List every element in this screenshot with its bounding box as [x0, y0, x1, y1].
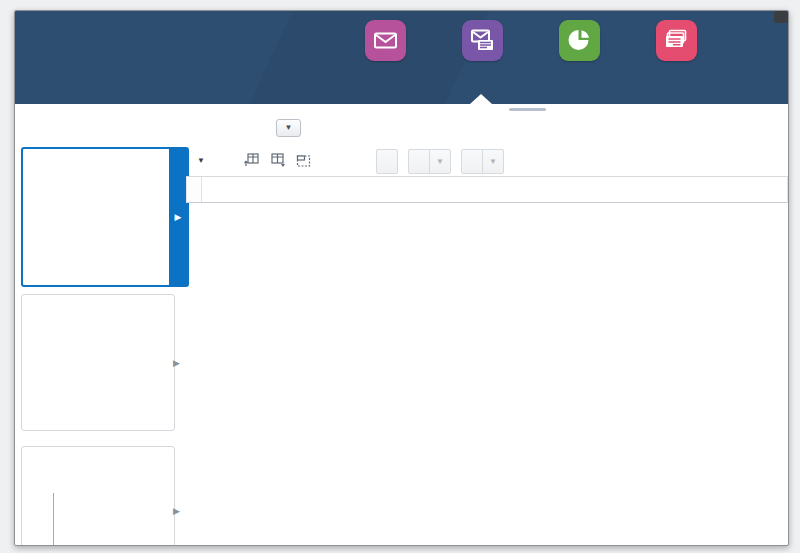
export-to-excel-icon[interactable]: [243, 152, 260, 169]
springboard-nav: [337, 20, 725, 67]
infotile-row: ▶: [21, 446, 185, 545]
unapplied-chart-area: [53, 493, 170, 546]
selected-tab-pointer: [470, 94, 492, 104]
detach-icon[interactable]: [296, 152, 311, 169]
nav-item-funds-capture[interactable]: [628, 20, 725, 67]
chevron-down-icon: ▼: [285, 124, 293, 132]
infotile-row: ▶: [21, 294, 185, 429]
selected-tile-strip: ▶: [169, 149, 187, 285]
receipt-batches-table: [186, 176, 788, 203]
col-header-batch-number[interactable]: [392, 177, 507, 202]
query-by-example-icon[interactable]: [270, 152, 287, 169]
approve-split-button[interactable]: ▼: [408, 149, 451, 174]
action-buttons: ▼ ▼: [376, 149, 504, 174]
col-header-control-count[interactable]: [585, 177, 657, 202]
col-header-status[interactable]: [297, 177, 392, 202]
arrow-right-icon: ▶: [175, 212, 182, 222]
chevron-down-icon: ▼: [436, 157, 444, 166]
approve-dropdown-arrow[interactable]: ▼: [429, 150, 450, 173]
table-header-row: [187, 177, 787, 203]
envelope-document-icon: [462, 20, 503, 61]
arrow-right-icon: ▶: [173, 506, 180, 516]
table-toolbar: ▼ ▼ ▼: [186, 149, 784, 175]
post-button[interactable]: [376, 149, 398, 174]
chevron-down-icon: ▼: [489, 157, 497, 166]
stacked-cards-icon: [656, 20, 697, 61]
app-navigation-bar: [15, 11, 788, 104]
col-header-actual-count[interactable]: [657, 177, 747, 202]
col-header-batch-type[interactable]: [202, 177, 297, 202]
infotile-unapplied-receipts[interactable]: [21, 446, 175, 546]
col-header-filler: [747, 177, 787, 202]
confirm-dropdown-arrow[interactable]: ▼: [482, 150, 503, 173]
nav-item-revenue[interactable]: [531, 20, 628, 67]
row-header-column: [187, 177, 202, 202]
infotile-lockbox-exceptions[interactable]: [21, 294, 175, 431]
confirm-split-button[interactable]: ▼: [461, 149, 504, 174]
scrollbar-thumb[interactable]: [774, 11, 788, 23]
panel-drag-handle[interactable]: [509, 108, 546, 111]
nav-item-billing[interactable]: [337, 20, 434, 67]
chevron-down-icon: ▼: [197, 156, 205, 165]
infotile-receipt-batches[interactable]: ▶: [21, 147, 189, 287]
nav-item-accounts-receivable[interactable]: [434, 20, 531, 67]
business-unit-dropdown-button[interactable]: ▼: [276, 119, 301, 137]
app-window: ▼ ▶ ▶ ▶ ▼: [14, 10, 789, 546]
pie-chart-icon: [559, 20, 600, 61]
view-menu-button[interactable]: ▼: [194, 153, 205, 165]
arrow-right-icon: ▶: [173, 358, 180, 368]
col-header-date[interactable]: [507, 177, 585, 202]
envelope-icon: [365, 20, 406, 61]
